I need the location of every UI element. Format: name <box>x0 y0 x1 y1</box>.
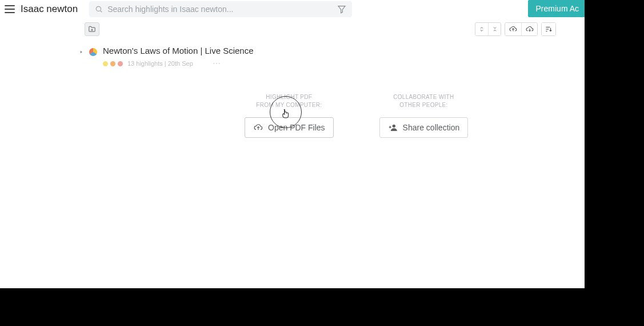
expand-icon <box>479 26 485 33</box>
sort-icon <box>544 25 553 33</box>
svg-point-0 <box>97 6 101 11</box>
filter-icon[interactable] <box>337 5 346 14</box>
cloud-upload-button[interactable] <box>505 23 521 35</box>
site-favicon <box>88 47 98 57</box>
caret-right-icon[interactable] <box>79 49 83 55</box>
svg-point-12 <box>392 125 395 128</box>
new-collection-button[interactable] <box>85 22 99 36</box>
person-add-icon <box>388 123 398 132</box>
item-title: Newton's Laws of Motion | Live Science <box>103 46 254 55</box>
highlight-dot-orange <box>110 61 115 66</box>
cloud-upload-icon <box>508 25 518 33</box>
cloud-download-button[interactable] <box>521 23 537 35</box>
svg-line-1 <box>101 11 102 13</box>
premium-button[interactable]: Premium Ac <box>528 0 585 17</box>
collab-action-label: COLLABORATE WITH OTHER PEOPLE: <box>393 93 454 109</box>
svg-marker-2 <box>338 6 345 13</box>
highlight-dot-yellow <box>103 61 108 66</box>
more-icon[interactable]: ⋯ <box>213 59 221 68</box>
open-pdf-button[interactable]: Open PDF Files <box>245 117 334 138</box>
list-item[interactable]: Newton's Laws of Motion | Live Science 1… <box>79 43 561 77</box>
collapse-button[interactable] <box>488 23 501 35</box>
upload-icon <box>253 123 263 132</box>
cloud-download-icon <box>525 25 535 33</box>
share-collection-button[interactable]: Share collection <box>379 117 469 138</box>
folder-plus-icon <box>87 25 97 33</box>
item-meta: 13 highlights | 20th Sep <box>127 60 193 67</box>
svg-marker-10 <box>81 51 82 54</box>
expand-button[interactable] <box>475 23 488 35</box>
sort-button[interactable] <box>542 23 555 35</box>
page-title: Isaac newton <box>21 3 78 15</box>
pdf-action-label: HIGHLIGHT PDF FROM MY COMPUTER: <box>256 93 322 109</box>
collapse-icon <box>492 26 498 33</box>
menu-icon[interactable] <box>5 4 15 14</box>
search-input[interactable] <box>89 1 352 17</box>
highlight-dot-pink <box>118 61 123 66</box>
search-icon <box>95 5 103 13</box>
